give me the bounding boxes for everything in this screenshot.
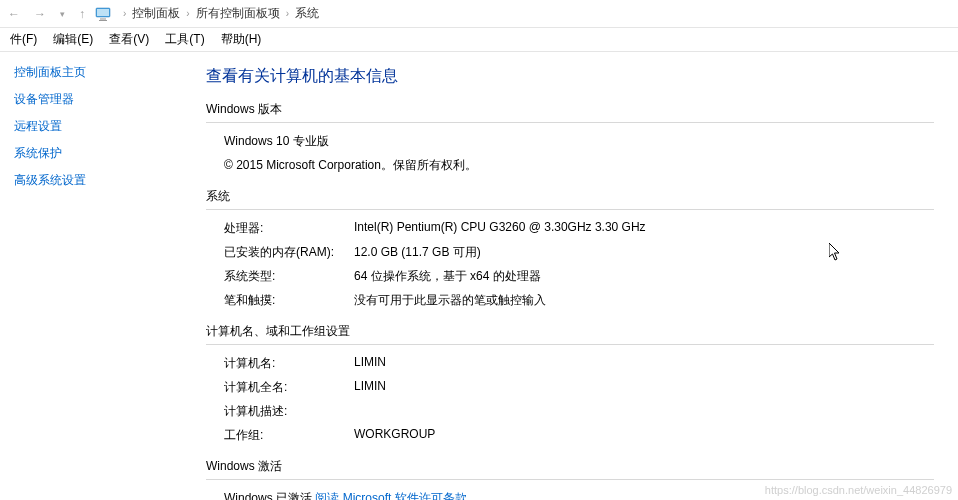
chevron-right-icon: › bbox=[286, 8, 289, 19]
label-processor: 处理器: bbox=[224, 220, 354, 237]
computer-block: 计算机名: LIMIN 计算机全名: LIMIN 计算机描述: 工作组: WOR… bbox=[206, 355, 934, 444]
body-area: 控制面板主页 设备管理器 远程设置 系统保护 高级系统设置 查看有关计算机的基本… bbox=[0, 52, 958, 500]
breadcrumb: › 控制面板 › 所有控制面板项 › 系统 bbox=[117, 5, 319, 22]
label-description: 计算机描述: bbox=[224, 403, 354, 420]
sidebar-advanced-settings[interactable]: 高级系统设置 bbox=[14, 172, 200, 189]
address-bar: ← → ▾ ↑ › 控制面板 › 所有控制面板项 › 系统 bbox=[0, 0, 958, 28]
license-terms-link[interactable]: 阅读 Microsoft 软件许可条款 bbox=[315, 491, 466, 500]
breadcrumb-item[interactable]: 所有控制面板项 bbox=[196, 5, 280, 22]
value-workgroup: WORKGROUP bbox=[354, 427, 435, 444]
svg-rect-3 bbox=[99, 20, 107, 21]
value-processor: Intel(R) Pentium(R) CPU G3260 @ 3.30GHz … bbox=[354, 220, 646, 237]
svg-rect-1 bbox=[97, 9, 109, 16]
row-computer-name: 计算机名: LIMIN bbox=[224, 355, 934, 372]
value-ram: 12.0 GB (11.7 GB 可用) bbox=[354, 244, 481, 261]
menu-edit[interactable]: 编辑(E) bbox=[45, 29, 101, 50]
row-pen-touch: 笔和触摸: 没有可用于此显示器的笔或触控输入 bbox=[224, 292, 934, 309]
system-block: 处理器: Intel(R) Pentium(R) CPU G3260 @ 3.3… bbox=[206, 220, 934, 309]
menu-view[interactable]: 查看(V) bbox=[101, 29, 157, 50]
label-system-type: 系统类型: bbox=[224, 268, 354, 285]
row-processor: 处理器: Intel(R) Pentium(R) CPU G3260 @ 3.3… bbox=[224, 220, 934, 237]
nav-up-icon[interactable]: ↑ bbox=[75, 5, 89, 23]
section-system: 系统 bbox=[206, 188, 934, 210]
row-ram: 已安装的内存(RAM): 12.0 GB (11.7 GB 可用) bbox=[224, 244, 934, 261]
value-pen-touch: 没有可用于此显示器的笔或触控输入 bbox=[354, 292, 546, 309]
menu-help[interactable]: 帮助(H) bbox=[213, 29, 270, 50]
sidebar-home[interactable]: 控制面板主页 bbox=[14, 64, 200, 81]
chevron-right-icon: › bbox=[186, 8, 189, 19]
value-system-type: 64 位操作系统，基于 x64 的处理器 bbox=[354, 268, 541, 285]
page-title: 查看有关计算机的基本信息 bbox=[206, 66, 934, 87]
row-system-type: 系统类型: 64 位操作系统，基于 x64 的处理器 bbox=[224, 268, 934, 285]
sidebar-remote-settings[interactable]: 远程设置 bbox=[14, 118, 200, 135]
menu-tools[interactable]: 工具(T) bbox=[157, 29, 212, 50]
chevron-right-icon: › bbox=[123, 8, 126, 19]
label-full-name: 计算机全名: bbox=[224, 379, 354, 396]
label-workgroup: 工作组: bbox=[224, 427, 354, 444]
watermark: https://blog.csdn.net/weixin_44826979 bbox=[765, 484, 952, 496]
value-computer-name: LIMIN bbox=[354, 355, 386, 372]
nav-back-icon[interactable]: ← bbox=[4, 5, 24, 23]
breadcrumb-item[interactable]: 控制面板 bbox=[132, 5, 180, 22]
section-windows-edition: Windows 版本 bbox=[206, 101, 934, 123]
system-icon bbox=[95, 6, 111, 22]
label-ram: 已安装的内存(RAM): bbox=[224, 244, 354, 261]
breadcrumb-item[interactable]: 系统 bbox=[295, 5, 319, 22]
menu-file[interactable]: 件(F) bbox=[2, 29, 45, 50]
nav-forward-icon[interactable]: → bbox=[30, 5, 50, 23]
nav-arrows: ← → ▾ ↑ bbox=[4, 5, 89, 23]
sidebar-system-protection[interactable]: 系统保护 bbox=[14, 145, 200, 162]
menu-bar: 件(F) 编辑(E) 查看(V) 工具(T) 帮助(H) bbox=[0, 28, 958, 52]
activation-status: Windows 已激活 bbox=[224, 491, 315, 500]
label-pen-touch: 笔和触摸: bbox=[224, 292, 354, 309]
svg-rect-2 bbox=[100, 18, 106, 20]
row-full-name: 计算机全名: LIMIN bbox=[224, 379, 934, 396]
sidebar-device-manager[interactable]: 设备管理器 bbox=[14, 91, 200, 108]
content-panel: 查看有关计算机的基本信息 Windows 版本 Windows 10 专业版 ©… bbox=[200, 52, 958, 500]
windows-copyright: © 2015 Microsoft Corporation。保留所有权利。 bbox=[224, 157, 934, 174]
row-description: 计算机描述: bbox=[224, 403, 934, 420]
section-activation: Windows 激活 bbox=[206, 458, 934, 480]
nav-dropdown-icon[interactable]: ▾ bbox=[56, 7, 69, 21]
label-computer-name: 计算机名: bbox=[224, 355, 354, 372]
windows-edition-block: Windows 10 专业版 © 2015 Microsoft Corporat… bbox=[206, 133, 934, 174]
value-full-name: LIMIN bbox=[354, 379, 386, 396]
windows-edition-value: Windows 10 专业版 bbox=[224, 133, 934, 150]
section-computer-name: 计算机名、域和工作组设置 bbox=[206, 323, 934, 345]
row-workgroup: 工作组: WORKGROUP bbox=[224, 427, 934, 444]
sidebar: 控制面板主页 设备管理器 远程设置 系统保护 高级系统设置 bbox=[0, 52, 200, 500]
